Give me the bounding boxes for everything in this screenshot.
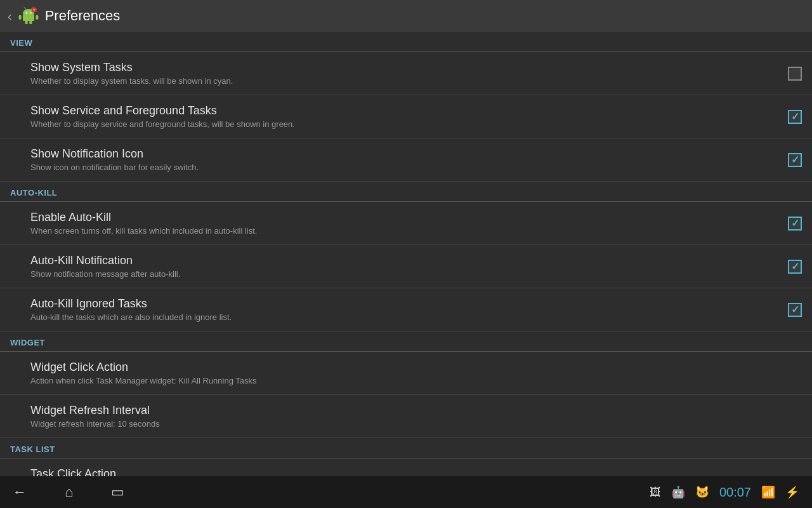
checkbox-show-service-foreground[interactable] [788,110,802,124]
pref-item-task-click-action[interactable]: Task Click ActionAction when click item … [0,458,812,476]
pref-subtitle-widget-click-action: Action when click Task Manager widget: K… [30,376,802,385]
back-nav-button[interactable]: ← [13,484,27,500]
svg-rect-6 [18,15,21,20]
pref-text-enable-auto-kill: Enable Auto-KillWhen screen turns off, k… [30,211,788,236]
preferences-content: VIEWShow System TasksWhether to display … [0,32,812,476]
svg-rect-7 [36,15,38,20]
pref-text-widget-refresh-interval: Widget Refresh IntervalWidget refresh in… [30,404,802,429]
pref-subtitle-enable-auto-kill: When screen turns off, kill tasks which … [30,226,788,236]
extra-status-icon: 🐱 [695,485,709,499]
pref-title-auto-kill-notification: Auto-Kill Notification [30,254,788,267]
svg-rect-8 [25,20,27,24]
pref-text-auto-kill-notification: Auto-Kill NotificationShow notification … [30,254,788,279]
recents-nav-button[interactable]: ▭ [111,484,124,500]
home-nav-button[interactable]: ⌂ [65,484,73,500]
pref-title-widget-refresh-interval: Widget Refresh Interval [30,404,802,417]
pref-title-show-notification-icon: Show Notification Icon [30,147,788,161]
checkbox-enable-auto-kill[interactable] [788,217,802,231]
section-header-view: VIEW [0,32,812,51]
navigation-bar: ← ⌂ ▭ 🖼 🤖 🐱 00:07 📶 ⚡ [0,476,812,508]
pref-item-show-notification-icon[interactable]: Show Notification IconShow icon on notif… [0,138,812,182]
pref-text-show-service-foreground: Show Service and Foreground TasksWhether… [30,104,788,129]
page-title: Preferences [45,8,121,24]
checkbox-show-notification-icon[interactable] [788,153,802,167]
pref-title-enable-auto-kill: Enable Auto-Kill [30,211,788,224]
nav-buttons: ← ⌂ ▭ [13,484,124,500]
pref-text-show-notification-icon: Show Notification IconShow icon on notif… [30,147,788,172]
wifi-icon: 📶 [761,485,775,499]
status-bar: 🖼 🤖 🐱 00:07 📶 ⚡ [650,485,799,500]
pref-item-enable-auto-kill[interactable]: Enable Auto-KillWhen screen turns off, k… [0,202,812,245]
battery-icon: ⚡ [785,485,799,499]
pref-item-widget-click-action[interactable]: Widget Click ActionAction when click Tas… [0,352,812,395]
pref-title-task-click-action: Task Click Action [30,467,802,476]
pref-item-auto-kill-ignored-tasks[interactable]: Auto-Kill Ignored TasksAuto-kill the tas… [0,288,812,331]
pref-item-widget-refresh-interval[interactable]: Widget Refresh IntervalWidget refresh in… [0,395,812,438]
svg-rect-1 [23,15,34,21]
svg-point-2 [25,12,27,14]
svg-point-3 [30,12,32,14]
section-header-task-list: TASK LIST [0,438,812,458]
pref-subtitle-auto-kill-ignored-tasks: Auto-kill the tasks which are also inclu… [30,312,788,322]
pref-title-show-system-tasks: Show System Tasks [30,61,788,74]
pref-subtitle-auto-kill-notification: Show notification message after auto-kil… [30,269,788,279]
svg-line-4 [24,8,26,10]
pref-text-auto-kill-ignored-tasks: Auto-Kill Ignored TasksAuto-kill the tas… [30,297,788,322]
pref-text-show-system-tasks: Show System TasksWhether to display syst… [30,61,788,86]
pref-text-widget-click-action: Widget Click ActionAction when click Tas… [30,361,802,385]
pref-title-auto-kill-ignored-tasks: Auto-Kill Ignored Tasks [30,297,788,311]
pref-title-widget-click-action: Widget Click Action [30,361,802,374]
pref-title-show-service-foreground: Show Service and Foreground Tasks [30,104,788,117]
checkbox-auto-kill-ignored-tasks[interactable] [788,303,802,317]
section-header-widget: WIDGET [0,331,812,351]
screenshot-icon: 🖼 [650,486,661,499]
pref-item-show-service-foreground[interactable]: Show Service and Foreground TasksWhether… [0,95,812,138]
pref-item-auto-kill-notification[interactable]: Auto-Kill NotificationShow notification … [0,245,812,288]
section-header-auto-kill: AUTO-KILL [0,182,812,201]
svg-rect-9 [29,20,32,24]
app-header: ‹ × Preferences [0,0,812,32]
pref-subtitle-show-notification-icon: Show icon on notification bar for easily… [30,163,788,172]
pref-subtitle-show-system-tasks: Whether to display system tasks, will be… [30,76,788,86]
app-icon: × [18,6,39,26]
checkbox-show-system-tasks[interactable] [788,67,802,81]
pref-subtitle-widget-refresh-interval: Widget refresh interval: 10 seconds [30,419,802,429]
back-button[interactable]: ‹ [8,9,12,23]
android-status-icon: 🤖 [671,485,685,499]
pref-text-task-click-action: Task Click ActionAction when click item … [30,467,802,476]
clock-display: 00:07 [719,485,751,500]
pref-subtitle-show-service-foreground: Whether to display service and foregroun… [30,119,788,129]
pref-item-show-system-tasks[interactable]: Show System TasksWhether to display syst… [0,52,812,95]
checkbox-auto-kill-notification[interactable] [788,260,802,274]
